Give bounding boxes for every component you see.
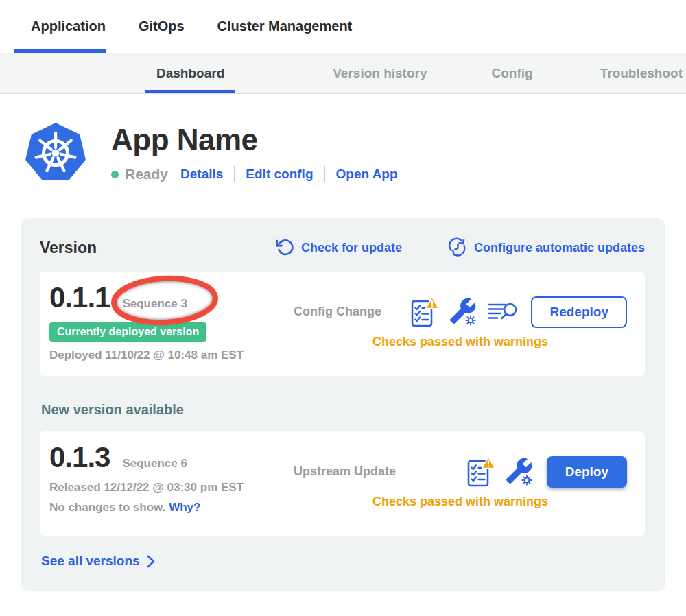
primary-nav: Application GitOps Cluster Management <box>0 0 686 53</box>
checks-status-available: Checks passed with warnings <box>294 495 627 509</box>
version-panel: Version Check for update <box>21 218 665 591</box>
preflight-checklist-icon[interactable] <box>466 456 495 488</box>
logs-search-icon[interactable] <box>487 300 519 324</box>
kubernetes-logo <box>25 122 86 184</box>
active-subtab-underline <box>145 90 235 93</box>
version-heading: Version <box>40 239 97 257</box>
tab-cluster-management[interactable]: Cluster Management <box>201 0 369 53</box>
tab-application[interactable]: Application <box>14 0 122 53</box>
chevron-right-icon <box>147 555 155 568</box>
current-version-card: 0.1.1 Sequence 3 Currently deployed vers… <box>40 272 645 376</box>
see-all-versions-label: See all versions <box>41 554 140 569</box>
divider <box>234 166 235 182</box>
available-version-number: 0.1.3 <box>49 441 110 474</box>
current-version-actions: Config Change <box>294 296 627 349</box>
tab-troubleshoot[interactable]: Troubleshoot <box>589 53 686 93</box>
deployed-badge: Currently deployed version <box>49 322 206 342</box>
status-dot <box>111 171 119 178</box>
check-icons <box>410 296 519 328</box>
checks-status-current: Checks passed with warnings <box>294 335 627 349</box>
tab-config-label: Config <box>492 66 533 81</box>
why-link[interactable]: Why? <box>169 501 200 514</box>
page-title: App Name <box>111 123 398 156</box>
open-app-link[interactable]: Open App <box>336 167 398 182</box>
current-version-info: 0.1.1 Sequence 3 Currently deployed vers… <box>49 280 294 362</box>
configure-auto-updates-button[interactable]: Configure automatic updates <box>447 237 645 258</box>
available-version-info: 0.1.3 Sequence 6 Released 12/12/22 @ 03:… <box>49 440 294 514</box>
version-actions: Check for update Configure automatic upd… <box>276 237 645 258</box>
tab-dashboard[interactable]: Dashboard <box>145 53 235 93</box>
version-panel-header: Version Check for update <box>40 237 645 258</box>
warning-triangle-icon <box>426 297 439 309</box>
available-version-sequence: Sequence 6 <box>122 457 187 471</box>
current-version-sequence: Sequence 3 <box>122 297 187 311</box>
app-header: App Name Ready Details Edit config Open … <box>25 122 686 184</box>
preflight-checklist-icon[interactable] <box>410 296 439 328</box>
tab-config[interactable]: Config <box>481 53 544 93</box>
redeploy-button[interactable]: Redeploy <box>531 296 627 328</box>
status-text: Ready <box>125 166 168 182</box>
current-version-number: 0.1.1 <box>49 281 110 314</box>
edit-config-link[interactable]: Edit config <box>246 167 313 182</box>
tab-dashboard-label: Dashboard <box>156 66 224 81</box>
divider <box>324 166 325 182</box>
change-type-label: Upstream Update <box>294 464 396 479</box>
configure-auto-updates-label: Configure automatic updates <box>474 241 645 255</box>
released-timestamp: Released 12/12/22 @ 03:30 pm EST <box>49 481 294 495</box>
available-version-card: 0.1.3 Sequence 6 Released 12/12/22 @ 03:… <box>40 431 645 536</box>
tab-version-history-label: Version history <box>333 66 427 81</box>
tab-application-label: Application <box>31 19 106 34</box>
see-all-versions-link[interactable]: See all versions <box>41 554 155 569</box>
details-link[interactable]: Details <box>180 167 223 182</box>
warning-triangle-icon <box>482 457 495 469</box>
available-version-actions: Upstream Update <box>294 456 627 509</box>
auto-update-clock-icon <box>447 237 468 258</box>
status-row: Ready Details Edit config Open App <box>111 166 398 182</box>
change-type-label: Config Change <box>294 305 381 319</box>
check-icons <box>466 456 534 488</box>
new-version-heading: New version available <box>41 402 645 418</box>
check-for-update-button[interactable]: Check for update <box>276 238 402 257</box>
app-window: Application GitOps Cluster Management Da… <box>0 0 686 616</box>
app-section-nav: Dashboard Version history Config Trouble… <box>0 53 686 94</box>
tab-gitops[interactable]: GitOps <box>122 0 201 53</box>
tab-version-history[interactable]: Version history <box>322 53 438 93</box>
tab-troubleshoot-label: Troubleshoot <box>600 66 683 81</box>
deploy-button[interactable]: Deploy <box>547 456 627 488</box>
deployed-timestamp: Deployed 11/10/22 @ 10:48 am EST <box>49 348 294 362</box>
config-wrench-gear-icon[interactable] <box>504 456 534 488</box>
tab-cluster-management-label: Cluster Management <box>217 19 353 34</box>
tab-gitops-label: GitOps <box>139 19 185 34</box>
active-tab-underline <box>14 49 106 53</box>
check-for-update-label: Check for update <box>301 241 402 255</box>
refresh-icon <box>276 238 295 257</box>
no-changes-text: No changes to show. <box>49 501 165 514</box>
config-wrench-gear-icon[interactable] <box>448 296 478 328</box>
